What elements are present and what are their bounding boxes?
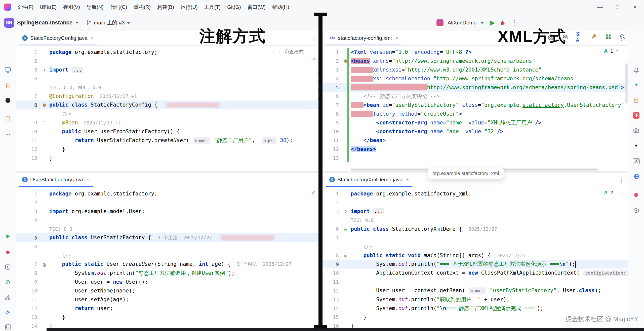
ai-chat-icon[interactable] xyxy=(628,78,644,92)
menu-item[interactable]: Git(G) xyxy=(224,0,244,14)
tab-close-icon[interactable]: × xyxy=(91,35,94,41)
notifications-bell-icon[interactable] xyxy=(628,63,644,77)
inspection-ok-icon[interactable]: ✓ xyxy=(311,190,316,196)
run-gutter-icon[interactable]: ▶ xyxy=(344,227,347,232)
code-line[interactable]: 6▶public class StaticFactoryXmlDemo { 20… xyxy=(323,224,628,233)
code-line[interactable]: 6 xyxy=(16,242,321,251)
web-globe-icon[interactable] xyxy=(628,169,644,183)
code-line[interactable]: 7 <bean id="userByStaticFactory" class="… xyxy=(323,101,628,109)
code-line[interactable]: 8 System.out.println("静态工厂方法被调用，创建User实例… xyxy=(16,269,321,277)
code-line[interactable]: 8▶ public static void main(String[] args… xyxy=(323,251,628,260)
notes-icon[interactable] xyxy=(0,112,16,126)
monitor-icon[interactable] xyxy=(0,63,16,77)
plugins-icon[interactable] xyxy=(605,33,612,41)
red-dot-icon[interactable] xyxy=(628,188,644,202)
translate-plugin-icon[interactable]: 译 xyxy=(628,108,644,122)
code-line[interactable]: 1package org.example.staticfactory_xml; xyxy=(323,189,628,198)
code-line[interactable]: 3 xmlns:xsi="http://www.w3.org/2001/XMLS… xyxy=(323,65,628,74)
code-line[interactable]: 4 xsi:schemaLocation="http://www.springf… xyxy=(323,74,628,83)
prev-change-icon[interactable]: ↑ xyxy=(273,49,275,55)
code-editor[interactable]: 1package org.example.staticfactory_xml;2… xyxy=(323,187,628,328)
code-line[interactable]: 11 return UserStaticFactory.createUser( … xyxy=(16,136,321,145)
code-line[interactable]: TCC: 0.0 xyxy=(323,216,628,224)
run-gutter-icon[interactable]: ▶ xyxy=(344,253,347,258)
code-line[interactable]: 2<beans xmlns="http://www.springframewor… xyxy=(323,56,628,65)
inlay-settings-icon[interactable] xyxy=(364,245,368,249)
code-line[interactable] xyxy=(16,251,321,260)
close-button[interactable]: × xyxy=(626,0,644,14)
code-line[interactable]: 14} xyxy=(16,321,321,328)
tab-staticfactoryconfig-java[interactable]: C StaticFactoryConfig.java × xyxy=(19,31,97,45)
code-line[interactable]: 3›import ... xyxy=(16,65,321,74)
menu-item[interactable]: 窗口(W) xyxy=(244,0,269,14)
code-line[interactable]: 8 factory-method="createUser"> xyxy=(323,109,628,118)
menu-item[interactable]: 代码(C) xyxy=(107,0,131,14)
code-line[interactable]: 13} xyxy=(16,153,321,162)
menu-item[interactable]: 工具(T) xyxy=(201,0,224,14)
settings-gear-icon[interactable] xyxy=(0,305,16,319)
code-line[interactable]: 3›import ... xyxy=(323,207,628,216)
inlay-settings-icon[interactable] xyxy=(63,112,67,116)
menu-item[interactable]: 运行(U) xyxy=(177,0,201,14)
code-line[interactable]: 14 System.out.println("\n=== 静态工厂XML配置演示… xyxy=(323,304,628,313)
code-line[interactable]: 8public class StaticFactoryConfig { xyxy=(16,101,321,109)
tools-wrench-icon[interactable] xyxy=(590,33,598,41)
search-icon[interactable] xyxy=(619,33,626,41)
spring-bean-icon[interactable] xyxy=(344,59,347,63)
github-icon[interactable] xyxy=(0,93,16,107)
code-line[interactable]: 2 xyxy=(16,56,321,65)
menu-item[interactable]: 文件(F) xyxy=(14,0,37,14)
debug-button[interactable] xyxy=(499,19,506,26)
code-line[interactable]: 1<?xml version="1.0" encoding="UTF-8"?> xyxy=(323,48,628,56)
code-line[interactable]: 3import org.example.model.User; xyxy=(16,207,321,216)
code-line[interactable]: 13 System.out.println("获取到的用户: " + user)… xyxy=(323,295,628,304)
structure-icon[interactable] xyxy=(0,290,16,304)
run-tool-icon[interactable] xyxy=(0,229,16,243)
prev-problem-icon[interactable]: ↑ xyxy=(616,190,618,195)
pane-options-icon[interactable]: ⋮ xyxy=(618,176,624,184)
tab-close-icon[interactable]: × xyxy=(395,35,398,41)
code-line[interactable]: 1package org.example.staticfactory; xyxy=(16,189,321,198)
vertical-scrollbar[interactable] xyxy=(625,63,628,104)
fold-arrow-icon[interactable]: › xyxy=(43,66,46,73)
code-line[interactable]: 12</beans> xyxy=(323,145,628,153)
code-line[interactable]: 9 <constructor-arg name="name" value="XM… xyxy=(323,118,628,127)
code-editor[interactable]: 1<?xml version="1.0" encoding="UTF-8"?>2… xyxy=(323,46,628,171)
spring-bean-icon[interactable] xyxy=(43,104,46,107)
inlay-settings-icon[interactable] xyxy=(63,254,67,258)
tab-staticfactory-config-xml[interactable]: </> staticfactory-config.xml × xyxy=(326,31,401,45)
maximize-button[interactable]: □ xyxy=(609,0,626,14)
annotation-gutter-icon[interactable]: @ xyxy=(43,262,46,267)
menu-item[interactable]: 构建(B) xyxy=(154,0,177,14)
code-line[interactable]: 11 xyxy=(323,277,628,286)
lightning-icon[interactable] xyxy=(628,139,644,153)
code-line[interactable]: 11 user.setAge(age); xyxy=(16,295,321,304)
menu-item[interactable]: 帮助(H) xyxy=(269,0,293,14)
pane-options-icon[interactable]: ⋮ xyxy=(311,35,317,42)
spring-bean-method-icon[interactable]: ≡ xyxy=(43,120,46,125)
code-line[interactable] xyxy=(16,109,321,118)
code-line[interactable]: 11 </bean> xyxy=(323,136,628,145)
services-icon[interactable] xyxy=(0,260,16,274)
review-mode-widget[interactable]: ↑ ↓ 审查模式 xyxy=(273,49,304,55)
inspection-ok-icon[interactable]: ✓ xyxy=(312,56,316,62)
next-change-icon[interactable]: ↓ xyxy=(279,49,281,55)
code-line[interactable]: TCC: 0.0 xyxy=(16,224,321,233)
tab-close-icon[interactable]: × xyxy=(406,177,409,182)
code-line[interactable]: 12 User user = context.getBean( name: "u… xyxy=(323,286,628,295)
menu-item[interactable]: 导航(N) xyxy=(83,0,107,14)
code-line[interactable]: 9 User user = new User(); xyxy=(16,277,321,286)
code-line[interactable]: 10 <constructor-arg name="age" value="32… xyxy=(323,127,628,136)
code-line[interactable]: 12 } xyxy=(16,145,321,153)
code-line[interactable]: TCC: 0.0, WOC: 0.0 xyxy=(16,83,321,92)
more-options-icon[interactable]: ⋮ xyxy=(511,19,518,27)
tab-close-icon[interactable]: × xyxy=(87,177,89,182)
tab-staticfactoryxmldemo-java[interactable]: C StaticFactoryXmlDemo.java × xyxy=(326,173,412,187)
chevron-down-icon[interactable] xyxy=(68,255,71,256)
chevron-down-icon[interactable] xyxy=(68,113,71,115)
menu-item[interactable]: 重构(R) xyxy=(130,0,154,14)
code-line[interactable]: 10 ApplicationContext context = new Clas… xyxy=(323,269,628,277)
inspections-widget[interactable]: A 1 ↑ ↓ xyxy=(604,48,623,54)
fold-arrow-icon[interactable]: › xyxy=(344,208,347,215)
code-line[interactable]: 4 xyxy=(16,216,321,224)
